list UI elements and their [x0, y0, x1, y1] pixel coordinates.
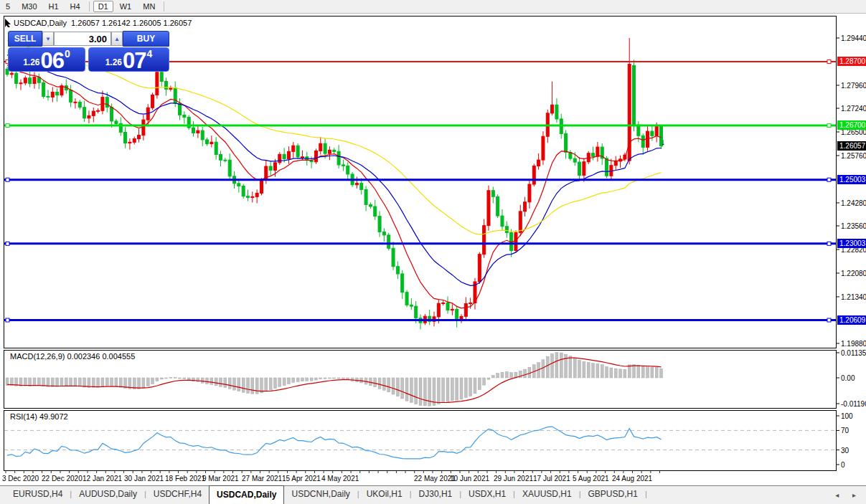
macd-tick-label: 0.00 — [841, 374, 855, 382]
date-tick-label: 29 Jun 2021 — [494, 475, 533, 482]
buy-price-prefix: 1.26 — [105, 57, 122, 67]
one-click-trading-widget: SELL ▼ 3.00 ▲ BUY 1.26 06 0 1.26 07 4 — [8, 31, 169, 72]
chart-tab-ukoil[interactable]: UKOil,H1 — [359, 486, 410, 504]
rsi-tick-label: 70 — [841, 427, 849, 434]
date-tick-label: 30 Jan 2021 — [124, 475, 164, 482]
tab-scroll-arrows[interactable]: ◂ ▸ — [835, 491, 862, 499]
ohlc-low: 1.26005 — [133, 19, 161, 27]
price-tick-label: 1.25760 — [841, 152, 866, 160]
chart-tab-audusd[interactable]: AUDUSD,Daily — [72, 486, 144, 504]
chart-tab-dj30[interactable]: DJ30,H1 — [412, 486, 460, 504]
sell-price-pip: 0 — [65, 48, 70, 60]
volume-decrease-button[interactable]: ▼ — [42, 32, 54, 46]
rsi-line — [7, 427, 662, 459]
date-tick-label: 4 May 2021 — [321, 475, 359, 482]
price-tick-label: 1.19880 — [841, 340, 866, 348]
price-tick-label: 1.23560 — [841, 222, 866, 230]
tab-separator: | — [645, 486, 647, 504]
date-tick-label: 22 Dec 2020 — [42, 475, 83, 482]
price-level-badge: 1.26057 — [837, 141, 866, 151]
volume-input[interactable]: 3.00 — [54, 32, 111, 46]
ohlc-close: 1.26057 — [164, 19, 192, 27]
sell-price-button[interactable]: 1.26 06 0 — [8, 47, 85, 72]
candles-layer — [6, 38, 663, 329]
macd-tick-label: -0.011904 — [841, 400, 866, 408]
chart-title: USDCAD,Daily 1.26057 1.26142 1.26005 1.2… — [14, 19, 192, 27]
price-level-badge: 1.23003 — [837, 239, 866, 248]
chart-tab-usdcad[interactable]: USDCAD,Daily — [209, 485, 284, 504]
date-tick-label: 27 Mar 2021 — [242, 475, 282, 482]
date-tick-label: 5 Aug 2021 — [573, 475, 609, 482]
date-tick-label: 24 Aug 2021 — [612, 475, 652, 482]
chart-tab-usdcnh[interactable]: USDCNH,Daily — [284, 486, 357, 504]
macd-indicator-label: MACD(12,26,9) 0.002346 0.004555 — [10, 352, 135, 361]
date-tick-label: 18 Feb 2021 — [165, 475, 205, 482]
chart-symbol: USDCAD,Daily — [14, 19, 67, 27]
rsi-tick-label: 100 — [841, 412, 853, 420]
price-tick-label: 1.24280 — [841, 199, 866, 207]
rsi-layer — [4, 427, 836, 459]
price-tick-label: 1.27240 — [841, 105, 866, 113]
date-tick-label: 10 Jun 2021 — [450, 475, 489, 482]
rsi-tick-label: 0 — [841, 461, 845, 469]
mouse-cursor-icon: ↓ — [661, 136, 666, 147]
rsi-tick-label: 30 — [841, 447, 849, 455]
date-tick-label: 9 Mar 2021 — [202, 475, 239, 482]
sell-price-prefix: 1.26 — [23, 57, 39, 67]
volume-increase-button[interactable]: ▲ — [111, 32, 123, 46]
price-level-badge: 1.26700 — [837, 120, 866, 130]
chart-tab-eurusd[interactable]: EURUSD,H4 — [6, 486, 70, 504]
macd-tick-label: 0.01135 — [841, 349, 866, 357]
price-tick-label: 1.22080 — [841, 270, 866, 277]
chart-arrow-icon — [4, 18, 14, 28]
mt4-window: 5M30H1H4D1W1MN USDCAD,Daily 1.26057 1.26… — [0, 0, 866, 504]
buy-button[interactable]: BUY — [123, 31, 169, 47]
chart-tab-usdchf[interactable]: USDCHF,H4 — [146, 486, 209, 504]
rsi-indicator-label: RSI(14) 49.9072 — [10, 412, 68, 421]
price-tick-label: 1.29440 — [841, 34, 866, 42]
date-tick-label: 17 Jul 2021 — [533, 475, 570, 482]
price-tick-label: 1.21340 — [841, 293, 866, 301]
chart-tab-usdx[interactable]: USDX,H1 — [461, 486, 513, 504]
price-level-badge: 1.28700 — [837, 57, 866, 66]
macd-signal-line — [7, 358, 662, 402]
price-level-badge: 1.25003 — [837, 175, 866, 184]
chart-tab-bar: EURUSD,H4|AUDUSD,Daily|USDCHF,H4USDCAD,D… — [0, 485, 866, 504]
sell-button[interactable]: SELL — [8, 31, 42, 47]
date-tick-label: 12 Jan 2021 — [83, 475, 122, 482]
chart-canvas[interactable] — [0, 0, 866, 504]
price-level-badge: 1.20609 — [837, 315, 866, 325]
buy-price-pip: 4 — [147, 48, 153, 60]
ohlc-open: 1.26057 — [71, 19, 100, 27]
ma-line-22 — [7, 55, 662, 286]
chart-tab-gbpusd[interactable]: GBPUSD,H1 — [581, 486, 645, 504]
sell-price-big: 06 — [41, 51, 64, 70]
ohlc-high: 1.26142 — [102, 19, 131, 27]
chart-tab-xauusd[interactable]: XAUUSD,H1 — [515, 486, 579, 504]
buy-price-button[interactable]: 1.26 07 4 — [88, 47, 169, 72]
date-tick-label: 15 Apr 2021 — [282, 475, 321, 482]
date-tick-label: 3 Dec 2020 — [2, 475, 39, 482]
price-tick-label: 1.27960 — [841, 82, 866, 90]
buy-price-big: 07 — [123, 51, 146, 70]
